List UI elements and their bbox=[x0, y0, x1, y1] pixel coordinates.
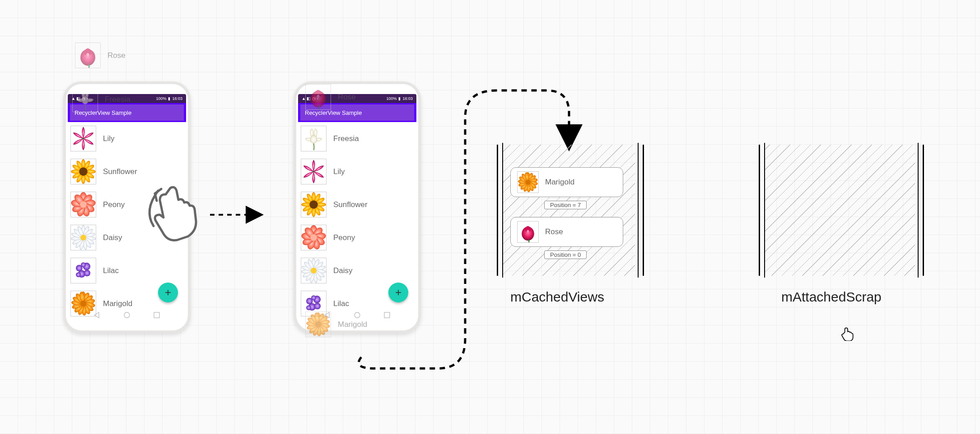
marigold-icon bbox=[517, 171, 539, 193]
cached-views-panel: Marigold Position = 7 Rose Position = 0 bbox=[497, 145, 641, 276]
nav-back-icon[interactable] bbox=[93, 311, 101, 319]
cache-card-marigold: Marigold bbox=[510, 167, 623, 197]
cache-position-1: Position = 0 bbox=[544, 250, 587, 259]
lily-icon bbox=[70, 126, 96, 151]
svg-point-18 bbox=[124, 312, 130, 318]
battery-text: 100% bbox=[156, 96, 166, 101]
cached-views-title: mCachedViews bbox=[510, 289, 604, 305]
freesia-icon bbox=[72, 94, 98, 112]
list-item-label: Marigold bbox=[103, 299, 132, 308]
sunflower-icon bbox=[70, 159, 96, 184]
list-item-label: Daisy bbox=[103, 233, 122, 242]
list-item-label: Lily bbox=[103, 134, 115, 143]
attached-scrap-title: mAttachedScrap bbox=[781, 289, 882, 305]
list-item-label: Peony bbox=[103, 200, 125, 209]
arrow-scroll-result bbox=[208, 206, 271, 224]
list-item[interactable]: Lily bbox=[68, 122, 186, 155]
cache-card-rose: Rose bbox=[510, 217, 623, 247]
cache-card-label: Rose bbox=[545, 227, 563, 236]
svg-rect-19 bbox=[154, 312, 159, 318]
ghost-label: Rose bbox=[338, 93, 356, 102]
rose-icon bbox=[517, 221, 539, 243]
ghost-row-rose-right: Rose bbox=[303, 85, 359, 109]
ghost-label: Freesia bbox=[105, 95, 131, 104]
daisy-icon bbox=[70, 225, 96, 250]
fab-add[interactable]: + bbox=[158, 283, 178, 302]
nav-recent-icon[interactable] bbox=[153, 311, 160, 319]
lilac-icon bbox=[70, 258, 96, 283]
hand-cursor-icon bbox=[840, 326, 855, 341]
ghost-row-rose-left: Rose bbox=[72, 43, 128, 68]
list-item-label: Sunflower bbox=[103, 167, 137, 176]
nav-home-icon[interactable] bbox=[123, 311, 131, 319]
list-item-label: Lily bbox=[333, 167, 345, 176]
peony-icon bbox=[301, 225, 327, 250]
sunflower-icon bbox=[301, 192, 327, 217]
android-navbar[interactable] bbox=[68, 310, 186, 321]
attached-scrap-panel bbox=[759, 145, 921, 276]
rose-icon bbox=[75, 42, 101, 68]
list-item-label: Lilac bbox=[333, 299, 349, 308]
marigold-icon bbox=[305, 311, 331, 337]
lily-icon bbox=[301, 159, 327, 184]
freesia-icon bbox=[301, 126, 327, 151]
plus-icon: + bbox=[165, 286, 171, 299]
scroll-gesture-icon bbox=[140, 181, 199, 244]
ghost-label: Rose bbox=[107, 51, 126, 60]
cache-card-label: Marigold bbox=[545, 178, 574, 187]
cache-position-0: Position = 7 bbox=[544, 201, 587, 209]
clock-text: 16:03 bbox=[172, 96, 182, 101]
ghost-row-freesia: Freesia bbox=[70, 94, 133, 112]
rose-icon bbox=[305, 84, 331, 110]
peony-icon bbox=[70, 192, 96, 217]
daisy-icon bbox=[301, 258, 327, 283]
list-item-label: Lilac bbox=[103, 266, 119, 275]
